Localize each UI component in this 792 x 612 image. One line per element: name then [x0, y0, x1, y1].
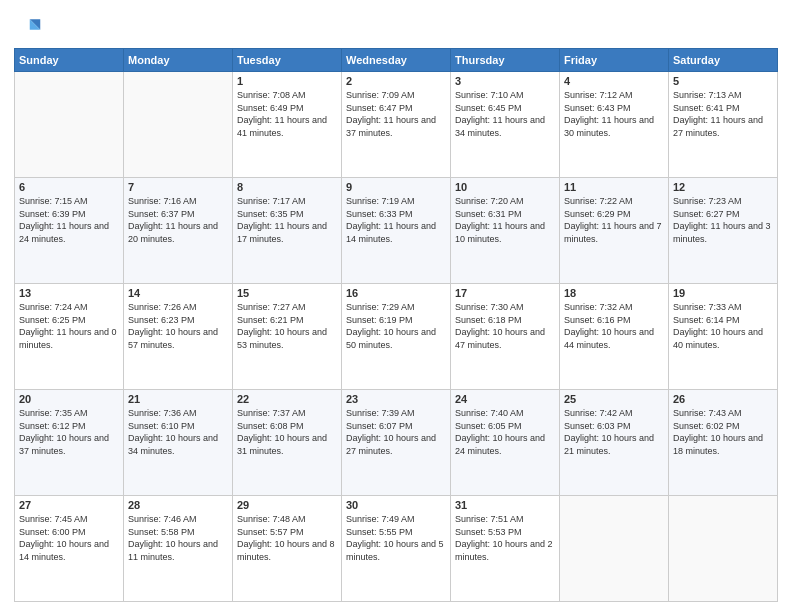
day-info: Sunrise: 7:17 AMSunset: 6:35 PMDaylight:… [237, 195, 337, 245]
day-number: 22 [237, 393, 337, 405]
day-info: Sunrise: 7:48 AMSunset: 5:57 PMDaylight:… [237, 513, 337, 563]
day-number: 9 [346, 181, 446, 193]
day-info: Sunrise: 7:10 AMSunset: 6:45 PMDaylight:… [455, 89, 555, 139]
calendar-cell: 21Sunrise: 7:36 AMSunset: 6:10 PMDayligh… [124, 390, 233, 496]
calendar-header-row: Sunday Monday Tuesday Wednesday Thursday… [15, 49, 778, 72]
day-info: Sunrise: 7:26 AMSunset: 6:23 PMDaylight:… [128, 301, 228, 351]
day-number: 5 [673, 75, 773, 87]
day-number: 19 [673, 287, 773, 299]
calendar-week-row: 13Sunrise: 7:24 AMSunset: 6:25 PMDayligh… [15, 284, 778, 390]
day-number: 11 [564, 181, 664, 193]
day-info: Sunrise: 7:51 AMSunset: 5:53 PMDaylight:… [455, 513, 555, 563]
day-info: Sunrise: 7:32 AMSunset: 6:16 PMDaylight:… [564, 301, 664, 351]
calendar-cell: 23Sunrise: 7:39 AMSunset: 6:07 PMDayligh… [342, 390, 451, 496]
calendar-week-row: 27Sunrise: 7:45 AMSunset: 6:00 PMDayligh… [15, 496, 778, 602]
calendar-cell: 29Sunrise: 7:48 AMSunset: 5:57 PMDayligh… [233, 496, 342, 602]
day-number: 3 [455, 75, 555, 87]
logo-icon [14, 14, 42, 42]
calendar-cell: 24Sunrise: 7:40 AMSunset: 6:05 PMDayligh… [451, 390, 560, 496]
day-info: Sunrise: 7:08 AMSunset: 6:49 PMDaylight:… [237, 89, 337, 139]
day-info: Sunrise: 7:15 AMSunset: 6:39 PMDaylight:… [19, 195, 119, 245]
day-info: Sunrise: 7:35 AMSunset: 6:12 PMDaylight:… [19, 407, 119, 457]
day-info: Sunrise: 7:23 AMSunset: 6:27 PMDaylight:… [673, 195, 773, 245]
calendar-cell: 31Sunrise: 7:51 AMSunset: 5:53 PMDayligh… [451, 496, 560, 602]
header-saturday: Saturday [669, 49, 778, 72]
calendar-cell: 15Sunrise: 7:27 AMSunset: 6:21 PMDayligh… [233, 284, 342, 390]
calendar-cell: 13Sunrise: 7:24 AMSunset: 6:25 PMDayligh… [15, 284, 124, 390]
day-number: 7 [128, 181, 228, 193]
day-number: 24 [455, 393, 555, 405]
calendar-cell [560, 496, 669, 602]
day-number: 4 [564, 75, 664, 87]
day-number: 18 [564, 287, 664, 299]
calendar-cell: 9Sunrise: 7:19 AMSunset: 6:33 PMDaylight… [342, 178, 451, 284]
day-info: Sunrise: 7:27 AMSunset: 6:21 PMDaylight:… [237, 301, 337, 351]
day-number: 30 [346, 499, 446, 511]
day-number: 23 [346, 393, 446, 405]
day-info: Sunrise: 7:24 AMSunset: 6:25 PMDaylight:… [19, 301, 119, 351]
header-tuesday: Tuesday [233, 49, 342, 72]
day-number: 8 [237, 181, 337, 193]
header-sunday: Sunday [15, 49, 124, 72]
calendar-cell: 3Sunrise: 7:10 AMSunset: 6:45 PMDaylight… [451, 72, 560, 178]
calendar-cell: 27Sunrise: 7:45 AMSunset: 6:00 PMDayligh… [15, 496, 124, 602]
calendar-cell: 7Sunrise: 7:16 AMSunset: 6:37 PMDaylight… [124, 178, 233, 284]
day-info: Sunrise: 7:43 AMSunset: 6:02 PMDaylight:… [673, 407, 773, 457]
day-number: 16 [346, 287, 446, 299]
day-info: Sunrise: 7:46 AMSunset: 5:58 PMDaylight:… [128, 513, 228, 563]
calendar-week-row: 6Sunrise: 7:15 AMSunset: 6:39 PMDaylight… [15, 178, 778, 284]
header-friday: Friday [560, 49, 669, 72]
day-info: Sunrise: 7:19 AMSunset: 6:33 PMDaylight:… [346, 195, 446, 245]
day-number: 14 [128, 287, 228, 299]
header-thursday: Thursday [451, 49, 560, 72]
day-info: Sunrise: 7:09 AMSunset: 6:47 PMDaylight:… [346, 89, 446, 139]
day-number: 17 [455, 287, 555, 299]
day-number: 2 [346, 75, 446, 87]
calendar-cell: 2Sunrise: 7:09 AMSunset: 6:47 PMDaylight… [342, 72, 451, 178]
calendar-cell [124, 72, 233, 178]
day-info: Sunrise: 7:13 AMSunset: 6:41 PMDaylight:… [673, 89, 773, 139]
calendar-cell: 11Sunrise: 7:22 AMSunset: 6:29 PMDayligh… [560, 178, 669, 284]
day-info: Sunrise: 7:30 AMSunset: 6:18 PMDaylight:… [455, 301, 555, 351]
calendar-cell [669, 496, 778, 602]
day-number: 15 [237, 287, 337, 299]
day-info: Sunrise: 7:39 AMSunset: 6:07 PMDaylight:… [346, 407, 446, 457]
day-number: 26 [673, 393, 773, 405]
day-number: 20 [19, 393, 119, 405]
day-info: Sunrise: 7:12 AMSunset: 6:43 PMDaylight:… [564, 89, 664, 139]
day-info: Sunrise: 7:22 AMSunset: 6:29 PMDaylight:… [564, 195, 664, 245]
day-number: 1 [237, 75, 337, 87]
calendar-cell: 12Sunrise: 7:23 AMSunset: 6:27 PMDayligh… [669, 178, 778, 284]
day-number: 10 [455, 181, 555, 193]
calendar-table: Sunday Monday Tuesday Wednesday Thursday… [14, 48, 778, 602]
calendar-cell: 28Sunrise: 7:46 AMSunset: 5:58 PMDayligh… [124, 496, 233, 602]
calendar-cell: 20Sunrise: 7:35 AMSunset: 6:12 PMDayligh… [15, 390, 124, 496]
calendar-week-row: 1Sunrise: 7:08 AMSunset: 6:49 PMDaylight… [15, 72, 778, 178]
calendar-cell: 1Sunrise: 7:08 AMSunset: 6:49 PMDaylight… [233, 72, 342, 178]
calendar-cell: 5Sunrise: 7:13 AMSunset: 6:41 PMDaylight… [669, 72, 778, 178]
calendar-cell: 22Sunrise: 7:37 AMSunset: 6:08 PMDayligh… [233, 390, 342, 496]
day-info: Sunrise: 7:45 AMSunset: 6:00 PMDaylight:… [19, 513, 119, 563]
day-info: Sunrise: 7:36 AMSunset: 6:10 PMDaylight:… [128, 407, 228, 457]
calendar-cell: 4Sunrise: 7:12 AMSunset: 6:43 PMDaylight… [560, 72, 669, 178]
header [14, 10, 778, 42]
calendar-cell: 25Sunrise: 7:42 AMSunset: 6:03 PMDayligh… [560, 390, 669, 496]
day-number: 31 [455, 499, 555, 511]
calendar-cell: 6Sunrise: 7:15 AMSunset: 6:39 PMDaylight… [15, 178, 124, 284]
calendar-cell: 30Sunrise: 7:49 AMSunset: 5:55 PMDayligh… [342, 496, 451, 602]
calendar-cell: 26Sunrise: 7:43 AMSunset: 6:02 PMDayligh… [669, 390, 778, 496]
day-number: 28 [128, 499, 228, 511]
header-wednesday: Wednesday [342, 49, 451, 72]
day-number: 25 [564, 393, 664, 405]
calendar-cell: 17Sunrise: 7:30 AMSunset: 6:18 PMDayligh… [451, 284, 560, 390]
day-info: Sunrise: 7:37 AMSunset: 6:08 PMDaylight:… [237, 407, 337, 457]
day-info: Sunrise: 7:42 AMSunset: 6:03 PMDaylight:… [564, 407, 664, 457]
calendar-cell: 8Sunrise: 7:17 AMSunset: 6:35 PMDaylight… [233, 178, 342, 284]
calendar-cell: 19Sunrise: 7:33 AMSunset: 6:14 PMDayligh… [669, 284, 778, 390]
day-number: 21 [128, 393, 228, 405]
calendar-cell: 10Sunrise: 7:20 AMSunset: 6:31 PMDayligh… [451, 178, 560, 284]
page: Sunday Monday Tuesday Wednesday Thursday… [0, 0, 792, 612]
day-info: Sunrise: 7:49 AMSunset: 5:55 PMDaylight:… [346, 513, 446, 563]
calendar-cell: 18Sunrise: 7:32 AMSunset: 6:16 PMDayligh… [560, 284, 669, 390]
calendar-cell: 14Sunrise: 7:26 AMSunset: 6:23 PMDayligh… [124, 284, 233, 390]
